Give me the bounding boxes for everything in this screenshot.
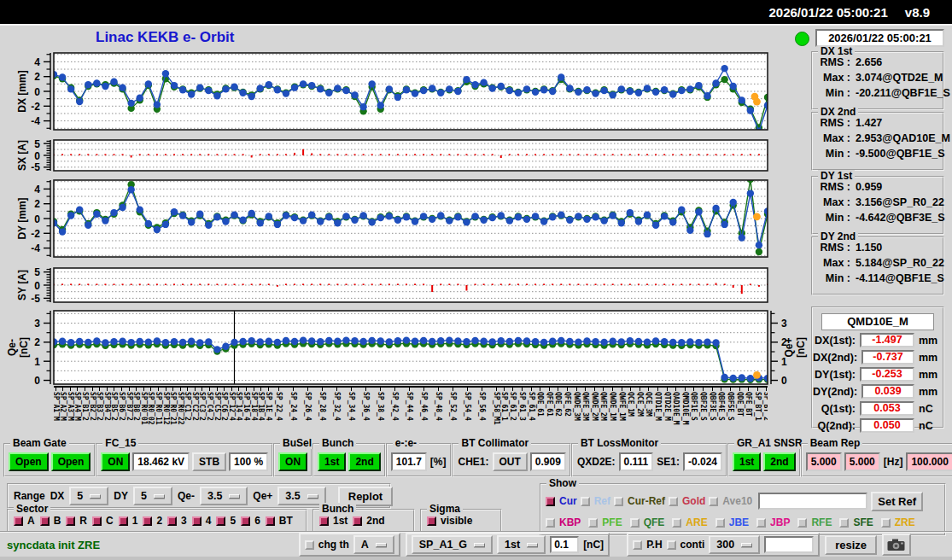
stat-min-value: -4.642@QBF3E_S xyxy=(856,212,945,224)
beam-gate-open-1[interactable]: Open xyxy=(9,452,49,471)
fc15-on-button[interactable]: ON xyxy=(101,452,130,471)
stat-max-label: Max : xyxy=(820,196,850,208)
screenshot-button[interactable] xyxy=(882,534,911,556)
x-label-SP_34_4: SP_34_4 xyxy=(348,392,355,421)
show-toggle-zre[interactable]: ZRE xyxy=(881,516,915,528)
range-qe-minus-select[interactable]: 3.5 xyxy=(200,487,248,505)
show-toggle-qfe[interactable]: QFE xyxy=(630,516,665,528)
window-titlebar: 2026/01/22 05:00:21 v8.9 xyxy=(0,0,952,24)
points-entry[interactable] xyxy=(764,536,814,553)
show-toggle-label: Cur xyxy=(559,495,577,507)
monitor-row-value: -0.737 xyxy=(861,350,914,365)
show-toggle-pfe[interactable]: PFE xyxy=(588,516,622,528)
group-busel: BuSelON xyxy=(273,443,312,477)
x-label-SP_B8_2: SP_B8_2 xyxy=(132,392,140,421)
show-toggle-ave10[interactable]: Ave10 xyxy=(709,495,752,507)
show-toggle-are[interactable]: ARE xyxy=(672,516,707,528)
monitor-row-value: 0.039 xyxy=(861,384,914,399)
show-toggle-rfe[interactable]: RFE xyxy=(797,516,832,528)
status-message: syncdata init ZRE xyxy=(7,539,100,551)
chg-th-select[interactable]: A xyxy=(353,535,394,554)
sigma-toggle-visible[interactable]: visible xyxy=(427,515,472,527)
sector-toggle-3[interactable]: 3 xyxy=(167,515,187,527)
stat-min-value: -9.500@QBF1E_S xyxy=(856,148,945,160)
ee-ratio-unit: [%] xyxy=(429,456,447,468)
sector-toggle-1[interactable]: 1 xyxy=(119,515,138,527)
x-label-SP_16_4: SP_16_4 xyxy=(242,392,250,421)
show-toggle-cur[interactable]: Cur xyxy=(546,495,577,507)
x-label-SP_26_4: SP_26_4 xyxy=(304,392,312,421)
resize-button[interactable]: resize xyxy=(825,535,877,555)
x-tick xyxy=(703,388,704,391)
ph-toggle[interactable]: P.H xyxy=(633,539,662,551)
sector-toggle-a[interactable]: A xyxy=(14,515,35,527)
x-tick xyxy=(409,388,410,391)
monitor-row-label: DX(2nd): xyxy=(813,352,857,364)
x-tick xyxy=(504,388,505,391)
sector-toggle-6[interactable]: 6 xyxy=(241,515,260,527)
beam-gate-open-2[interactable]: Open xyxy=(51,452,91,471)
busel-on-button[interactable]: ON xyxy=(278,452,307,471)
set-ref-button[interactable]: Set Ref xyxy=(871,492,923,511)
bunch-toggle-1st[interactable]: 1st xyxy=(319,515,348,527)
gr-a1-1st-button[interactable]: 1st xyxy=(733,452,761,471)
chg-th-toggle[interactable]: chg th xyxy=(305,539,349,551)
x-tick xyxy=(712,388,713,391)
svg-text:1: 1 xyxy=(781,356,787,368)
points-select[interactable]: 300 xyxy=(709,535,760,554)
threshold-entry[interactable] xyxy=(550,536,579,553)
show-toggle-cur-ref[interactable]: Cur-Ref xyxy=(614,495,665,507)
x-tick xyxy=(467,388,468,391)
show-toggle-sfe[interactable]: SFE xyxy=(839,516,873,528)
sector-toggle-2[interactable]: 2 xyxy=(143,515,162,527)
range-dy-select[interactable]: 5 xyxy=(133,487,172,505)
range-dy-label: DY xyxy=(114,490,128,502)
conti-toggle[interactable]: conti xyxy=(667,539,705,551)
stat-rms-label: RMS : xyxy=(820,117,850,129)
monitor-select[interactable]: SP_A1_G xyxy=(412,535,493,554)
fc15-stb-button[interactable]: STB xyxy=(192,452,226,471)
x-tick xyxy=(739,388,740,391)
show-toggle-jbp[interactable]: JBP xyxy=(756,516,790,528)
show-toggle-gold[interactable]: Gold xyxy=(669,495,705,507)
ph-toggle-label: P.H xyxy=(646,539,662,551)
show-toggle-label: Cur-Ref xyxy=(628,495,665,507)
show-toggle-label: Ref xyxy=(594,495,610,507)
svg-text:-5: -5 xyxy=(31,293,40,305)
titlebar-clock: 2026/01/22 05:00:21 xyxy=(769,5,888,20)
sector-toggle-5[interactable]: 5 xyxy=(216,515,236,527)
x-label-SP_52_4: SP_52_4 xyxy=(449,392,457,421)
x-label-SP_61_3: SP_61_3 xyxy=(518,392,526,421)
checkbox-indicator-icon xyxy=(715,518,725,528)
show-toggle-kbp[interactable]: KBP xyxy=(546,516,581,528)
bunch-select[interactable]: 1st xyxy=(497,535,546,554)
che1-out-button[interactable]: OUT xyxy=(493,452,528,471)
che1-label: CHE1: xyxy=(457,456,489,468)
sector-toggle-4[interactable]: 4 xyxy=(192,515,212,527)
range-qe-minus-value: 3.5 xyxy=(207,490,222,502)
range-qe-minus-label: Qe- xyxy=(178,490,195,502)
bunch-frame-label: Bunch xyxy=(319,503,356,515)
sector-toggle-b[interactable]: B xyxy=(40,515,61,527)
show-toggle-ref[interactable]: Ref xyxy=(581,495,610,507)
x-tick xyxy=(657,388,658,391)
checkbox-indicator-icon xyxy=(588,518,598,528)
x-label-QDE_62: QDE_62 xyxy=(554,392,562,417)
gr-a1-2nd-button[interactable]: 2nd xyxy=(763,452,795,471)
stats-group-title: DY 1st xyxy=(818,170,855,182)
bunch-1st-button[interactable]: 1st xyxy=(318,452,346,471)
range-dx-select[interactable]: 5 xyxy=(69,487,108,505)
sector-toggle-bt[interactable]: BT xyxy=(266,515,293,527)
x-tick xyxy=(585,388,586,391)
sector-toggle-label: 6 xyxy=(254,515,260,527)
bunch-toggle-2nd[interactable]: 2nd xyxy=(353,515,384,527)
sector-toggle-r[interactable]: R xyxy=(66,515,87,527)
show-toggle-jbe[interactable]: JBE xyxy=(715,516,749,528)
threshold-unit: [nC] xyxy=(583,539,604,551)
bunch-2nd-button[interactable]: 2nd xyxy=(348,452,380,471)
x-tick xyxy=(336,388,337,391)
status-time: 2026/01/22 05:00:21 xyxy=(815,29,944,47)
sector-toggle-c[interactable]: C xyxy=(92,515,114,527)
stat-min: Min :-4.114@QBF1E_S xyxy=(820,272,943,284)
ref-entry[interactable] xyxy=(758,493,867,510)
